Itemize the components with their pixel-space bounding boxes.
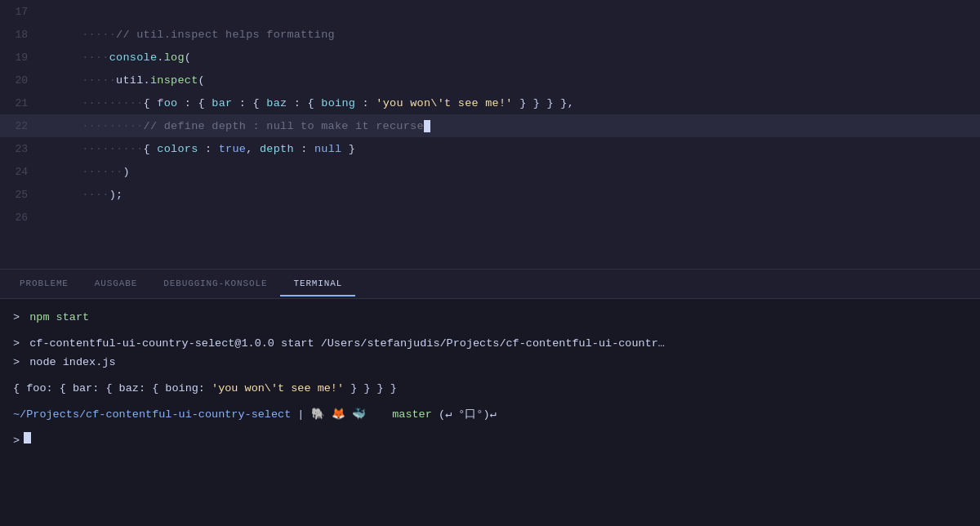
- term-path-text: ~/Projects/cf-contentful-ui-country-sele…: [13, 406, 291, 424]
- line-number: 23: [0, 143, 41, 155]
- term-output-close: } } } }: [344, 380, 397, 398]
- line-number: 21: [0, 97, 41, 109]
- terminal-cursor-line: >: [13, 432, 967, 450]
- term-spacer: [13, 424, 967, 432]
- terminal-line-package: > cf-contentful-ui-country-select@1.0.0 …: [13, 335, 967, 353]
- tab-terminal[interactable]: TERMINAL: [280, 272, 355, 296]
- indent-dots: ····: [82, 189, 109, 201]
- code-line-23: 23 ·········{ colors : true, depth : nul…: [0, 137, 980, 160]
- term-spacer: [13, 327, 967, 335]
- term-emoji-icons: 🐘 🦊 🐳: [311, 406, 366, 424]
- term-output-string: 'you won\'t see me!': [212, 380, 344, 398]
- line-number: 24: [0, 166, 41, 178]
- term-prompt: >: [13, 309, 20, 327]
- terminal-line-output: { foo: { bar: { baz: { boing: 'you won\'…: [13, 380, 967, 398]
- line-number: 26: [0, 212, 41, 224]
- term-pipe: |: [291, 406, 310, 424]
- panel: PROBLEME AUSGABE DEBUGGING-KONSOLE TERMI…: [0, 270, 980, 526]
- terminal-path-line: ~/Projects/cf-contentful-ui-country-sele…: [13, 406, 967, 424]
- term-prompt: >: [13, 354, 20, 372]
- text-cursor: [424, 120, 430, 132]
- term-node-cmd: node index.js: [23, 354, 115, 372]
- code-line-25: 25 ····);: [0, 183, 980, 206]
- terminal-line-node: > node index.js: [13, 354, 967, 372]
- term-output-open: { foo: { bar: { baz: { boing:: [13, 380, 212, 398]
- code-editor: 17 18 ·····// util.inspect helps formatt…: [0, 0, 980, 270]
- tab-ausgabe[interactable]: AUSGABE: [82, 272, 150, 296]
- term-cmd-npm: npm start: [23, 309, 89, 327]
- line-number: 20: [0, 74, 41, 87]
- line-number: 18: [0, 29, 41, 41]
- terminal-line-npm-start: > npm start: [13, 309, 967, 327]
- terminal-content: > npm start > cf-contentful-ui-country-s…: [0, 299, 980, 526]
- term-spacer: [13, 372, 967, 380]
- term-branch-label: master: [392, 406, 432, 424]
- line-number: 17: [0, 6, 41, 18]
- term-package-info: cf-contentful-ui-country-select@1.0.0 st…: [23, 335, 665, 353]
- tab-debugging-konsole[interactable]: DEBUGGING-KONSOLE: [150, 272, 280, 296]
- terminal-cursor: [24, 432, 31, 444]
- tab-probleme[interactable]: PROBLEME: [7, 272, 82, 296]
- panel-tabs: PROBLEME AUSGABE DEBUGGING-KONSOLE TERMI…: [0, 270, 980, 299]
- term-final-prompt: >: [13, 432, 20, 450]
- code-line-26: 26: [0, 206, 980, 229]
- term-branch-emoji: (↵ °口°)↵: [432, 406, 497, 424]
- line-number: 19: [0, 51, 41, 64]
- term-spacer-text: [366, 406, 392, 424]
- line-number: 22: [0, 120, 41, 132]
- line-number: 25: [0, 189, 41, 201]
- term-prompt: >: [13, 335, 20, 353]
- term-spacer: [13, 398, 967, 406]
